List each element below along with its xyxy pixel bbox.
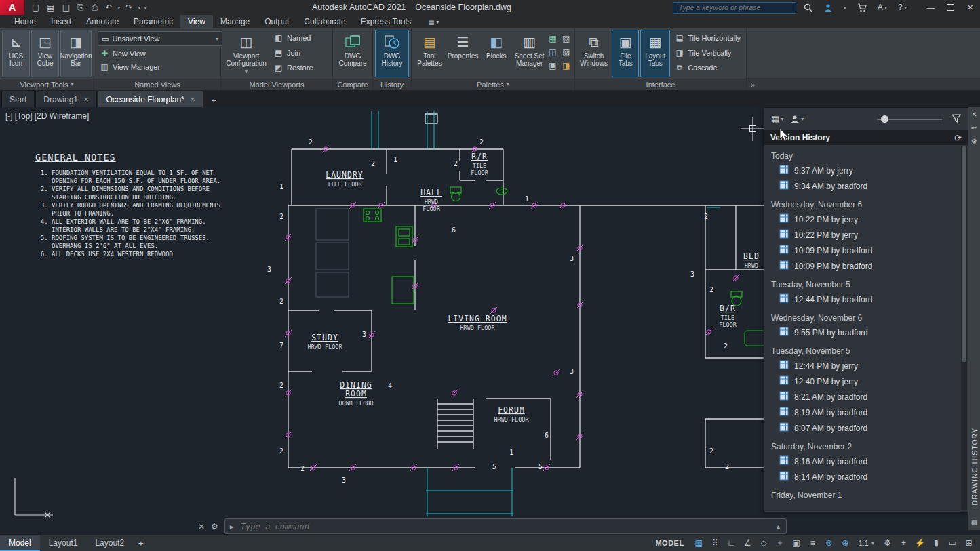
view-options-button[interactable]: ▦▾: [771, 114, 783, 124]
sign-in-icon[interactable]: [820, 0, 836, 15]
ribbon-tab-annotate[interactable]: Annotate: [79, 15, 126, 28]
tile-horizontally-button[interactable]: ⬓ Tile Horizontally: [671, 31, 744, 45]
version-entry[interactable]: 12:44 PM by jerry: [764, 358, 968, 373]
annotation-scale-sync-icon[interactable]: +: [896, 537, 912, 550]
drawing-area[interactable]: [-] [Top] [2D Wireframe] GENERAL NOTES F…: [0, 107, 980, 535]
auto-hide-pin-icon[interactable]: ⇤: [971, 124, 977, 131]
cascade-button[interactable]: ⧉ Cascade: [671, 61, 744, 75]
viewport-menu-control[interactable]: [-]: [5, 111, 13, 121]
version-entry[interactable]: 8:14 AM by bradford: [764, 469, 968, 485]
layout-tab-model[interactable]: Model: [0, 535, 40, 551]
palette-close-icon[interactable]: ✕: [971, 110, 977, 118]
redo-icon[interactable]: ↷: [122, 3, 136, 12]
palette-icon-2[interactable]: ▧: [560, 33, 572, 45]
qat-customize-icon[interactable]: ▾: [142, 5, 148, 11]
named-viewports-button[interactable]: ◧ Named: [271, 31, 317, 45]
version-entry[interactable]: 8:19 AM by bradford: [764, 405, 968, 420]
help-search-box[interactable]: [673, 2, 796, 14]
annotation-monitor-icon[interactable]: ⊕: [838, 537, 853, 550]
object-snap-icon[interactable]: ▣: [789, 537, 804, 550]
panel-label-named-views[interactable]: Named Views: [94, 79, 220, 90]
view-manager-button[interactable]: ▥ View Manager: [96, 60, 218, 74]
app-store-cart-icon[interactable]: [854, 0, 870, 15]
close-tab-icon[interactable]: ✕: [190, 96, 195, 103]
ribbon-tab-home[interactable]: Home: [7, 15, 43, 28]
ribbon-tab-parametric[interactable]: Parametric: [126, 15, 180, 28]
open-file-icon[interactable]: ▤: [43, 3, 58, 12]
palette-icon-4[interactable]: ▨: [560, 46, 572, 58]
panel-label-viewport-tools[interactable]: Viewport Tools▾: [0, 79, 94, 90]
featured-apps-dropdown-icon[interactable]: ▦▾: [424, 15, 443, 28]
tile-vertically-button[interactable]: ◨ Tile Vertically: [671, 46, 744, 60]
panel-label-interface[interactable]: Interface: [575, 79, 746, 90]
command-history-up-icon[interactable]: ▲: [775, 523, 781, 530]
undo-dropdown-icon[interactable]: ▾: [116, 5, 121, 11]
snap-mode-icon[interactable]: ⠿: [707, 537, 723, 550]
new-layout-button[interactable]: +: [133, 538, 149, 548]
layout-tabs-button[interactable]: ▦ Layout Tabs: [640, 30, 670, 77]
file-tab-drawing1[interactable]: Drawing1✕: [35, 91, 97, 107]
palette-settings-icon[interactable]: ⚙: [971, 138, 977, 145]
autocad-logo-icon[interactable]: A: [0, 0, 24, 15]
command-input-box[interactable]: ▸ ▲: [224, 518, 787, 534]
panel-label-history[interactable]: History: [373, 79, 411, 90]
version-entry[interactable]: 9:34 AM by bradford: [764, 178, 968, 194]
ribbon-tab-output[interactable]: Output: [257, 15, 296, 28]
isometric-drafting-icon[interactable]: ◇: [756, 537, 772, 550]
version-entry[interactable]: 8:16 AM by bradford: [764, 453, 968, 469]
ortho-mode-icon[interactable]: ∟: [724, 537, 739, 550]
palette-icon-6[interactable]: ◨: [560, 60, 572, 72]
panel-label-palettes[interactable]: Palettes▾: [412, 79, 574, 90]
file-tab-oceanside-floorplan-[interactable]: Oceanside Floorplan*✕: [98, 91, 203, 107]
dwg-history-button[interactable]: DWG History: [375, 30, 409, 77]
version-entry[interactable]: 12:40 PM by jerry: [764, 373, 968, 389]
navigation-bar-button[interactable]: ◨ Navigation Bar: [60, 30, 92, 77]
system-monitor-icon[interactable]: ▭: [945, 537, 960, 550]
signin-dropdown-icon[interactable]: ▾: [840, 0, 850, 15]
palette-icon-1[interactable]: ▦: [547, 33, 559, 45]
version-entry[interactable]: 10:09 PM by bradford: [764, 243, 968, 258]
viewport-configuration-button[interactable]: ◫ Viewport Configuration ▼: [223, 30, 269, 77]
filter-user-button[interactable]: ▾: [790, 115, 804, 123]
new-drawing-tab-button[interactable]: +: [207, 94, 220, 107]
undo-icon[interactable]: ↶: [102, 3, 115, 12]
close-button[interactable]: ✕: [960, 0, 980, 15]
lineweight-icon[interactable]: ≡: [805, 537, 821, 550]
hardware-acceleration-icon[interactable]: ⚡: [912, 537, 928, 550]
join-viewports-button[interactable]: ⬒ Join: [271, 46, 317, 60]
scrollbar-thumb[interactable]: [962, 146, 966, 362]
command-customize-icon[interactable]: ⚙: [211, 522, 218, 531]
object-snap-tracking-icon[interactable]: ⌖: [772, 537, 788, 550]
version-entry[interactable]: 8:07 AM by bradford: [764, 420, 968, 436]
date-range-slider[interactable]: [877, 115, 942, 124]
selection-cycling-icon[interactable]: ⊚: [821, 537, 837, 550]
polar-tracking-icon[interactable]: ∠: [740, 537, 756, 550]
workspace-switching-icon[interactable]: ⚙: [880, 537, 895, 550]
tool-palettes-button[interactable]: ▤ Tool Palettes: [414, 30, 446, 77]
blocks-button[interactable]: ◧ Blocks: [480, 30, 512, 77]
search-icon[interactable]: [800, 0, 816, 15]
ribbon-tab-insert[interactable]: Insert: [43, 15, 79, 28]
filter-icon[interactable]: [952, 113, 961, 125]
ucs-icon-button[interactable]: ⊾ UCS Icon: [2, 30, 30, 77]
slider-knob[interactable]: [881, 115, 888, 123]
ribbon-collapse-icon[interactable]: »: [751, 81, 755, 89]
trusted-dwg-icon[interactable]: ▮: [928, 537, 944, 550]
dwg-compare-button[interactable]: DWG Compare: [335, 30, 370, 77]
layout-tab-layout2[interactable]: Layout2: [86, 535, 133, 551]
autodesk-account-icon[interactable]: A ▾: [874, 0, 890, 15]
properties-button[interactable]: ☰ Properties: [447, 30, 479, 77]
viewport-view-control[interactable]: [Top]: [15, 111, 33, 121]
plot-icon[interactable]: ⎙: [88, 3, 102, 12]
close-tab-icon[interactable]: ✕: [83, 96, 89, 103]
viewport-visual-style-control[interactable]: [2D Wireframe]: [35, 111, 90, 121]
command-close-icon[interactable]: ✕: [198, 522, 205, 531]
version-entry[interactable]: 10:22 PM by jerry: [764, 211, 968, 227]
version-history-list[interactable]: Today9:37 AM by jerry9:34 AM by bradford…: [764, 145, 968, 512]
version-entry[interactable]: 9:55 PM by bradford: [764, 325, 968, 340]
new-file-icon[interactable]: ▢: [28, 3, 43, 12]
model-space-label[interactable]: MODEL: [649, 539, 690, 547]
version-entry[interactable]: 10:22 PM by jerry: [764, 227, 968, 243]
refresh-icon[interactable]: ⟳: [954, 133, 962, 143]
scrollbar[interactable]: [961, 146, 967, 510]
